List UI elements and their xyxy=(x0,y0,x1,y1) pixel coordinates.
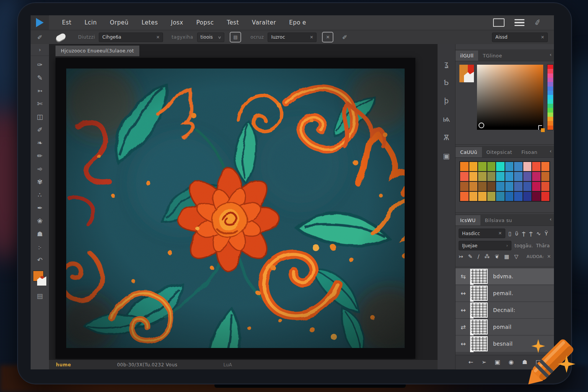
swatch-cell[interactable] xyxy=(469,162,478,171)
swatch-cell[interactable] xyxy=(514,162,523,171)
layer-link-icon[interactable]: ↔ xyxy=(456,307,471,314)
swatch-cell[interactable] xyxy=(514,172,523,181)
swatch-cell[interactable] xyxy=(541,162,550,171)
layer-thumbnail[interactable] xyxy=(471,337,487,351)
pen-tool-icon[interactable]: ✎ xyxy=(31,71,49,84)
swatch-cell[interactable] xyxy=(514,192,523,201)
pen-toggle-icon[interactable]: ✐ xyxy=(339,34,350,41)
swatch-cell[interactable] xyxy=(532,192,541,201)
bell-brush-icon[interactable]: ϋ xyxy=(515,230,518,237)
tab-brush-settings[interactable]: Bilsiava su xyxy=(480,215,517,225)
hamburger-menu-icon[interactable] xyxy=(514,19,524,26)
frame-panel-icon[interactable]: ▣ xyxy=(438,147,455,165)
swatch-cell[interactable] xyxy=(496,182,505,191)
swatch-cell[interactable] xyxy=(487,182,496,191)
knife-tool-icon[interactable]: ✄ xyxy=(31,97,49,110)
brush-menu-icon[interactable]: ✐ xyxy=(534,18,542,28)
swatch-cell[interactable] xyxy=(460,172,469,181)
swatch-cell[interactable] xyxy=(469,182,478,191)
swatch-cell[interactable] xyxy=(523,182,532,191)
swatch-cell[interactable] xyxy=(478,182,487,191)
swatch-cell[interactable] xyxy=(478,192,487,201)
layer-link-icon[interactable]: ↔ xyxy=(456,340,471,348)
pin-brush-2-icon[interactable]: Ϯ xyxy=(529,230,532,237)
foreground-background-swatch[interactable] xyxy=(33,271,46,286)
arrow-right-icon[interactable]: ↣ xyxy=(459,253,463,260)
brush-preset-field[interactable]: Cihge6a ✕ xyxy=(99,33,163,42)
tree-brush-icon[interactable]: Ϋ xyxy=(545,230,548,237)
spatter-tool-icon[interactable]: ∴ xyxy=(31,188,49,201)
marker-tool-icon[interactable]: ✏ xyxy=(31,149,49,162)
layer-row[interactable]: ↔besnail xyxy=(456,336,554,352)
layer-thumbnail[interactable] xyxy=(471,320,487,334)
flourish-mini-icon[interactable]: ❦ xyxy=(495,253,499,260)
app-logo[interactable] xyxy=(31,15,49,30)
swirl-panel-icon[interactable]: ʓ xyxy=(438,55,455,73)
mode-select[interactable]: tioois ∨ xyxy=(197,33,225,42)
line-mini-icon[interactable]: ∕ xyxy=(477,253,479,260)
target-icon[interactable]: ◉ xyxy=(509,359,514,366)
brush-tool-icon[interactable]: ➳ xyxy=(31,84,49,97)
cup-mini-icon[interactable]: ▽ xyxy=(514,253,518,260)
hue-slider[interactable] xyxy=(547,65,553,130)
tab-libraries[interactable]: Oitepsicat xyxy=(482,147,517,157)
swatch-cell[interactable] xyxy=(541,172,550,181)
swatch-cell[interactable] xyxy=(505,162,514,171)
swatch-cell[interactable] xyxy=(532,162,541,171)
collapse-chevron-icon[interactable]: › xyxy=(31,44,49,56)
menu-item[interactable]: Letes xyxy=(142,19,158,26)
tab-brushes[interactable]: IcsWU xyxy=(456,215,480,225)
swatch-cell[interactable] xyxy=(496,162,505,171)
shield-tool-icon[interactable]: ☗ xyxy=(31,227,49,240)
new-page-icon[interactable]: ▯ xyxy=(508,230,511,237)
swatch-cell[interactable] xyxy=(469,172,478,181)
pin-brush-icon[interactable]: Ϯ xyxy=(522,230,526,237)
swatch-cell[interactable] xyxy=(505,172,514,181)
swatch-cell[interactable] xyxy=(496,172,505,181)
tab-color[interactable]: ilGUll xyxy=(456,51,478,61)
stroke-curve-icon[interactable]: ∿ xyxy=(536,230,541,237)
brush-preset-search[interactable]: Hasdicc ✕ xyxy=(459,229,505,238)
clear-search-icon[interactable]: ✕ xyxy=(541,35,544,40)
panel-toggle-icon[interactable]: ▤ xyxy=(31,289,49,302)
pen-mini-icon[interactable]: ✎ xyxy=(468,253,473,260)
layer-link-icon[interactable]: ⇆ xyxy=(456,273,471,280)
curve-brush-tool-icon[interactable]: ❧ xyxy=(31,136,49,149)
layer-thumbnail[interactable] xyxy=(471,270,487,283)
new-layer-icon[interactable]: ▣ xyxy=(495,359,500,366)
hand-panel-icon[interactable]: ѩ xyxy=(438,110,455,128)
ink-brush-tool-icon[interactable]: ✐ xyxy=(31,123,49,136)
undo-curl-tool-icon[interactable]: ↶ xyxy=(31,253,49,266)
menu-item[interactable]: Varalter xyxy=(252,19,276,26)
menu-item[interactable]: Epo e xyxy=(289,19,306,26)
collapse-swatches-icon[interactable]: ‹ xyxy=(550,148,552,154)
swatch-cell[interactable] xyxy=(514,182,523,191)
eyedropper-tool-icon[interactable]: ✒ xyxy=(31,201,49,214)
swatch-cell[interactable] xyxy=(523,172,532,181)
clear-auto-icon[interactable]: ✕ xyxy=(547,254,551,259)
menu-item[interactable]: Test xyxy=(227,19,239,26)
swatch-cell[interactable] xyxy=(460,192,469,201)
opacity-field[interactable]: Iuzroc ✕ xyxy=(268,33,317,42)
swatch-cell[interactable] xyxy=(541,192,550,201)
mask-shield-icon[interactable]: ☗ xyxy=(522,359,527,366)
swatch-cell[interactable] xyxy=(523,192,532,201)
swatch-cell[interactable] xyxy=(487,172,496,181)
workspace-icon[interactable] xyxy=(493,18,505,27)
pen-panel-icon[interactable]: ϸ xyxy=(438,91,455,110)
swatch-cell[interactable] xyxy=(532,182,541,191)
empty-frame-icon[interactable]: □ xyxy=(536,359,541,366)
menu-item[interactable]: Lcin xyxy=(85,19,97,26)
layer-link-icon[interactable]: ⇄ xyxy=(456,323,471,331)
current-color-thumbnail[interactable] xyxy=(459,65,474,82)
status-home[interactable]: hume xyxy=(56,362,71,368)
layer-row[interactable]: ↔pemail. xyxy=(456,285,554,301)
brush-panel-icon[interactable]: Ƅ xyxy=(438,73,455,91)
swatch-cell[interactable] xyxy=(469,192,478,201)
clamp-tool-icon[interactable]: ❀ xyxy=(31,214,49,227)
swatch-cell[interactable] xyxy=(487,162,496,171)
menu-item[interactable]: Orpeŭ xyxy=(110,19,129,26)
layer-row[interactable]: ↔Decnail: xyxy=(456,302,554,318)
feather-brush-tool-icon[interactable]: ➾ xyxy=(31,162,49,175)
tab-patterns[interactable]: Fisoan xyxy=(517,147,542,157)
